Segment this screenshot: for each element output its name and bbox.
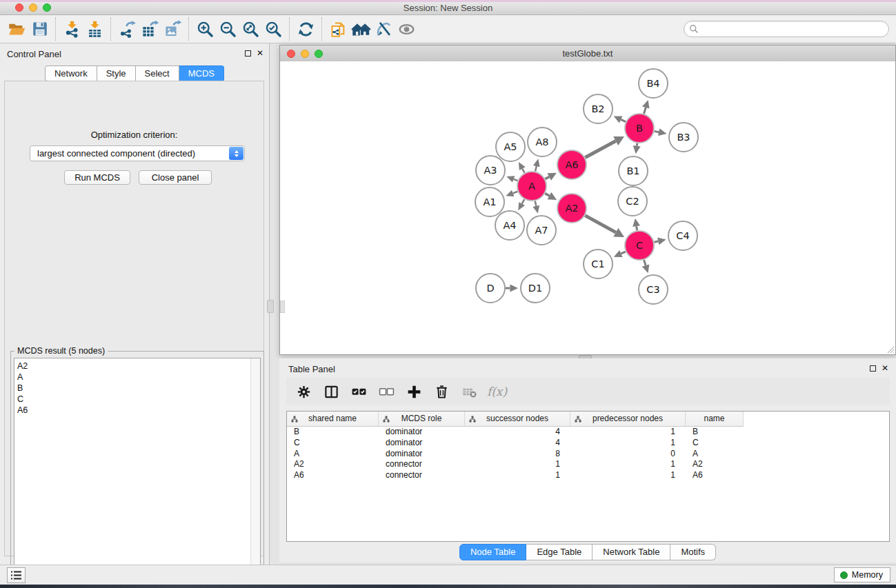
- cell-shared-name[interactable]: A6: [287, 470, 379, 481]
- tab-motifs[interactable]: Motifs: [670, 544, 716, 560]
- graph-edge-A-A4[interactable]: [522, 199, 525, 203]
- cell-predecessor-nodes[interactable]: 0: [570, 449, 686, 460]
- cell-shared-name[interactable]: A2: [287, 459, 379, 470]
- graph-edge-A-A5[interactable]: [522, 169, 524, 173]
- graph-edge-B-B3[interactable]: [655, 131, 659, 132]
- zoom-selected-icon[interactable]: [262, 17, 285, 41]
- graph-edge-A-A1[interactable]: [513, 192, 518, 194]
- graph-edge-B-B2[interactable]: [621, 119, 626, 121]
- column-header-mcds-role[interactable]: MCDS role: [379, 412, 465, 427]
- graph-edge-A2-C[interactable]: [585, 216, 616, 233]
- column-header-predecessor-nodes[interactable]: predecessor nodes: [570, 412, 686, 427]
- search-box[interactable]: [684, 21, 889, 37]
- mcds-result-item[interactable]: A2: [14, 361, 260, 372]
- mcds-result-list[interactable]: A2 A B C A6: [14, 358, 261, 586]
- close-panel-icon[interactable]: ✕: [257, 50, 263, 57]
- cell-shared-name[interactable]: C: [287, 438, 379, 449]
- zoom-in-icon[interactable]: [194, 17, 217, 41]
- close-panel-icon[interactable]: ✕: [882, 365, 888, 372]
- graph-edge-C-C1[interactable]: [621, 252, 626, 254]
- select-all-icon[interactable]: [350, 383, 368, 401]
- cell-successor-nodes[interactable]: 8: [465, 449, 570, 460]
- clone-network-icon[interactable]: [327, 17, 350, 41]
- save-session-icon[interactable]: [28, 17, 51, 41]
- tab-edge-table[interactable]: Edge Table: [526, 544, 593, 560]
- resize-grip[interactable]: [885, 344, 895, 354]
- cell-shared-name[interactable]: A: [287, 449, 379, 460]
- float-panel-icon[interactable]: [870, 365, 876, 372]
- network-window-titlebar[interactable]: testGlobe.txt: [280, 45, 895, 62]
- cell-mcds-role[interactable]: connector: [379, 470, 465, 481]
- open-session-icon[interactable]: [6, 17, 28, 41]
- column-header-successor-nodes[interactable]: successor nodes: [465, 412, 570, 427]
- delete-table-icon[interactable]: [460, 383, 479, 401]
- cell-shared-name[interactable]: B: [287, 427, 379, 438]
- show-column-icon[interactable]: [322, 383, 341, 401]
- graph-edge-B-B4[interactable]: [644, 108, 646, 114]
- graph-edge-B-B1[interactable]: [637, 143, 637, 146]
- tab-network[interactable]: Network: [45, 65, 97, 81]
- cell-successor-nodes[interactable]: 4: [465, 427, 570, 438]
- graph-edge-A-A8[interactable]: [535, 166, 537, 172]
- first-neighbors-icon[interactable]: [350, 17, 372, 41]
- add-row-icon[interactable]: [405, 383, 424, 401]
- cell-name[interactable]: A6: [686, 470, 744, 481]
- splitter-handle[interactable]: [267, 300, 274, 313]
- cell-name[interactable]: B: [686, 427, 744, 438]
- deselect-all-icon[interactable]: [377, 383, 396, 401]
- zoom-fit-icon[interactable]: [239, 17, 262, 41]
- cell-name[interactable]: C: [686, 438, 744, 449]
- tab-node-table[interactable]: Node Table: [459, 544, 527, 560]
- column-header-name[interactable]: name: [686, 412, 744, 427]
- cell-successor-nodes[interactable]: 1: [465, 470, 570, 481]
- cell-predecessor-nodes[interactable]: 1: [570, 459, 686, 470]
- network-canvas[interactable]: B4B2BB3A8A5A6A3B1AC2A1A2A4A7C4CC1DD1C3: [280, 61, 895, 354]
- graph-edge-A-A6[interactable]: [545, 177, 549, 179]
- graph-edge-A-A3[interactable]: [514, 179, 518, 181]
- mcds-result-item[interactable]: C: [14, 394, 260, 405]
- export-image-icon[interactable]: [161, 17, 184, 41]
- delete-row-icon[interactable]: [432, 383, 451, 401]
- run-mcds-button[interactable]: Run MCDS: [64, 170, 130, 185]
- import-table-icon[interactable]: [83, 17, 106, 41]
- export-table-icon[interactable]: [139, 17, 161, 41]
- tab-mcds[interactable]: MCDS: [179, 65, 224, 81]
- tab-select[interactable]: Select: [136, 65, 179, 81]
- graph-edge-A6-B[interactable]: [585, 141, 615, 158]
- cell-name[interactable]: A2: [686, 459, 744, 470]
- graph-edge-C-C2[interactable]: [637, 226, 637, 230]
- float-panel-icon[interactable]: [245, 50, 251, 57]
- graph-edge-C-C3[interactable]: [644, 260, 646, 265]
- mcds-result-item[interactable]: A: [14, 372, 260, 383]
- close-panel-button[interactable]: Close panel: [139, 170, 212, 185]
- birds-eye-view-icon[interactable]: [395, 17, 418, 41]
- table-settings-icon[interactable]: [295, 383, 313, 401]
- export-network-icon[interactable]: [116, 17, 139, 41]
- cell-name[interactable]: A: [686, 449, 744, 460]
- task-history-button[interactable]: [7, 567, 26, 583]
- optimization-criterion-select[interactable]: largest connected component (directed): [30, 145, 245, 161]
- cell-mcds-role[interactable]: dominator: [379, 427, 465, 438]
- cell-predecessor-nodes[interactable]: 1: [570, 438, 686, 449]
- tab-style[interactable]: Style: [97, 65, 136, 81]
- zoom-out-icon[interactable]: [217, 17, 239, 41]
- cell-successor-nodes[interactable]: 1: [465, 459, 570, 470]
- memory-button[interactable]: Memory: [834, 567, 890, 582]
- graph-edge-A-A2[interactable]: [545, 194, 549, 196]
- graph-edge-A-A7[interactable]: [535, 201, 537, 205]
- cell-mcds-role[interactable]: dominator: [379, 438, 465, 449]
- column-header-shared-name[interactable]: shared name: [287, 412, 379, 427]
- cell-mcds-role[interactable]: dominator: [379, 449, 465, 460]
- list-scrollbar[interactable]: [250, 358, 260, 585]
- cell-predecessor-nodes[interactable]: 1: [570, 427, 686, 438]
- graph-edge-C-C4[interactable]: [654, 241, 658, 242]
- cell-mcds-role[interactable]: connector: [379, 459, 465, 470]
- function-builder-icon[interactable]: f(x): [488, 383, 506, 401]
- cell-successor-nodes[interactable]: 4: [465, 438, 570, 449]
- refresh-network-icon[interactable]: [295, 17, 317, 41]
- canvas-splitter-handle[interactable]: [280, 301, 285, 313]
- mcds-result-item[interactable]: B: [14, 383, 260, 394]
- cell-predecessor-nodes[interactable]: 1: [570, 470, 686, 481]
- mcds-result-item[interactable]: A6: [14, 405, 260, 416]
- hide-graphics-details-icon[interactable]: [372, 17, 395, 41]
